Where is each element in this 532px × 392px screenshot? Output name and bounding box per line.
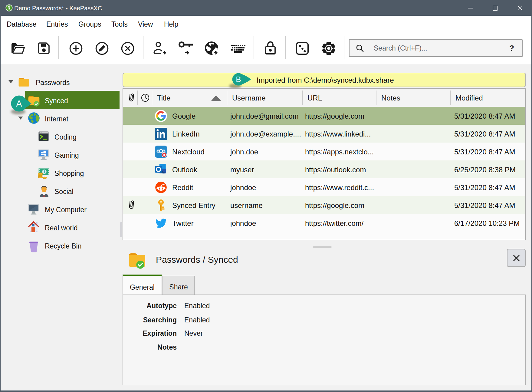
- svg-text:x: x: [163, 153, 165, 156]
- svg-text:B: B: [236, 75, 241, 84]
- svg-text:1: 1: [43, 170, 45, 174]
- svg-text:A: A: [16, 99, 22, 108]
